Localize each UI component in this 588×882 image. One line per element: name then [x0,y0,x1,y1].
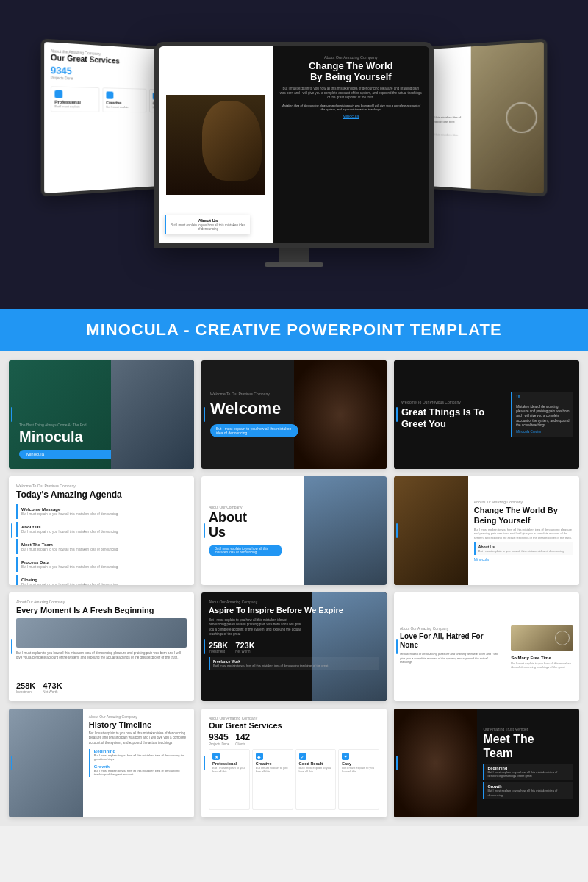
service-cards-row: ★ Professional But I must explain to you… [209,749,379,810]
monitor-center-wrapper: About Us But I must explain to you how a… [154,42,434,267]
title-bar-text: MINOCULA - CREATIVE POWERPOINT TEMPLATE [86,320,501,340]
slide-indicator-9 [396,639,398,654]
agenda-overline: Welcome To Our Previous Company [16,484,187,488]
love-free-text: But I must explain to you how all this m… [511,662,573,669]
slide-indicator-1 [11,407,12,422]
services-overline: About Our Amazing Company [209,716,379,720]
hero-section: About the Amazing Company Our Great Serv… [0,0,588,309]
meet-title: Meet TheTeam [483,733,573,760]
agenda-title: Today's Amazing Agenda [16,490,187,500]
about-overline: About Our Company [209,505,296,509]
aspire-stat-1: 258K Investment [209,641,228,653]
slide-indicator-12 [396,756,398,770]
great-quote: Mistaken idea of denouncing pleasure and… [516,405,570,428]
agenda-item-4: Process Data But I must explain to you h… [16,557,187,572]
services-title: Our Great Services [209,721,379,730]
change-title: Change The World By Being Yourself [474,506,573,525]
slide-thumb-meet[interactable]: Our Amazing Trust Member Meet TheTeam Be… [394,709,579,817]
agenda-item-5: Closing But I must explain to you how al… [16,575,187,585]
history-body: But I must explain to you how all this m… [89,731,188,745]
service-card-2: ◆ Creative But I must explain to you how… [252,749,293,810]
agenda-item-1: Welcome Message But I must explain to yo… [16,504,187,519]
welcome-btn[interactable]: But I must explain to you how all this m… [210,424,298,437]
service-card-3: ✓ Good Result But I must explain to you … [295,749,337,810]
aspire-freelance-text: But I must explain to you how all this m… [213,664,376,667]
aspire-overline: About Our Amazing Company [209,600,379,604]
title-bar: MINOCULA - CREATIVE POWERPOINT TEMPLATE [0,309,588,351]
aspire-body: But I must explain to you how all this m… [209,618,303,637]
history-overline: About Our Amazing Company [89,714,188,719]
great-title: Great Things Is To Greet You [401,406,498,429]
service-card-1: ★ Professional But I must explain to you… [209,749,250,810]
slide-thumb-agenda[interactable]: Welcome To Our Previous Company Today's … [9,476,194,585]
slide-thumb-fresh[interactable]: About Our Amazing Company Every Moment I… [9,592,194,701]
service-card-4: ❤ Easy But I must explain to you how all… [338,749,379,810]
slides-grid: The Best Thing Always Come At The End Mi… [0,351,588,826]
slide-indicator-3 [396,407,398,422]
great-overline: Welcome To Our Previous Company [401,400,498,404]
slide-indicator-7 [11,639,12,654]
services-stat-2: 142 Clients [235,732,250,746]
change-link: Minocula [474,557,573,562]
monitor-center: About Us But I must explain to you how a… [154,42,434,248]
love-free-time: So Many Free Time [511,656,573,660]
fresh-title: Every Moment Is A Fresh Beginning [16,606,187,615]
fresh-stat-2: 473K Net Worth [43,681,62,694]
welcome-overline: Welcome To Our Previous Company [210,392,378,396]
slide-thumb-change-world[interactable]: About Our Amazing Company Change The Wor… [394,476,579,585]
slide-thumb-services[interactable]: About Our Amazing Company Our Great Serv… [201,709,387,817]
history-timeline: Beginning But I must explain to you how … [89,749,188,777]
about-btn[interactable]: But I must explain to you how all this m… [209,545,282,556]
slide-thumb-aspire[interactable]: About Our Amazing Company Aspire To Insp… [201,592,387,701]
aspire-title: Aspire To Inspire Before We Expire [209,606,379,615]
slide-indicator-5 [204,523,205,538]
fresh-stat-1: 258K Investment [16,681,35,694]
slide-thumb-minocula[interactable]: The Best Thing Always Come At The End Mi… [9,360,194,469]
agenda-item-2: About Us But I must explain to you how a… [16,522,187,537]
slide-thumb-love[interactable]: About Our Amazing Company Love For All, … [394,592,579,701]
change-overline: About Our Amazing Company [474,500,573,504]
slide-indicator-4 [11,523,12,538]
change-body: But I must explain to you how all this m… [474,528,573,540]
slide-indicator-6 [396,523,398,538]
love-overline: About Our Amazing Company [400,626,499,631]
slide-thumb-great-things[interactable]: Welcome To Our Previous Company Great Th… [394,360,579,469]
slide-thumb-about-us[interactable]: About Our Company AboutUs But I must exp… [201,476,387,585]
change-about-text: But I must explain to you how all this m… [478,549,570,553]
slide-indicator-10 [11,756,12,770]
fresh-overline: About Our Amazing Company [16,600,187,604]
welcome-title: Welcome [210,399,378,418]
slide-indicator-11 [204,756,205,770]
slide-thumb-welcome[interactable]: Welcome To Our Previous Company Welcome … [201,360,387,469]
love-title: Love For All, Hatred For None [400,632,499,650]
agenda-items: Welcome Message But I must explain to yo… [16,504,187,585]
great-quote-attr: Minocula Creator [516,430,570,434]
aspire-stat-2: 723K Net Worth [235,641,254,653]
about-title: AboutUs [209,511,296,540]
fresh-body: But I must explain to you how all this m… [16,651,187,678]
meet-overline: Our Amazing Trust Member [483,727,573,731]
meet-items: Beginning But I must explain to you how … [483,764,573,799]
hero-monitors: About the Amazing Company Our Great Serv… [0,0,588,309]
services-stat-1: 9345 Projects Done [209,732,229,746]
history-title: History Timeline [89,720,188,729]
love-italic: Mistaken idea of denouncing pleasure and… [400,652,499,664]
agenda-item-3: Meet The Team But I must explain to you … [16,539,187,554]
slide-thumb-history[interactable]: About Our Amazing Company History Timeli… [9,709,194,817]
